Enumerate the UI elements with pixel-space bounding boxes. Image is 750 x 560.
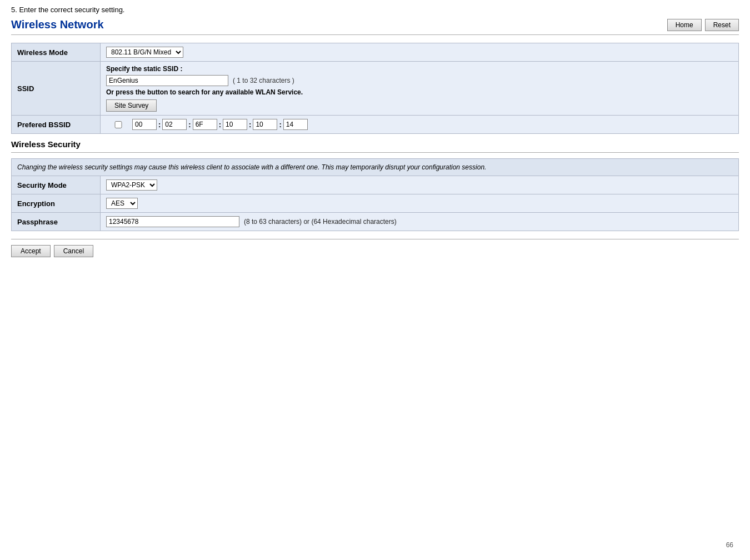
- security-mode-label: Security Mode: [12, 176, 101, 194]
- bssid-sep3: :: [219, 121, 221, 129]
- passphrase-value: (8 to 63 characters) or (64 Hexadecimal …: [101, 213, 739, 231]
- bssid-sep1: :: [158, 121, 161, 129]
- ssid-input[interactable]: [106, 75, 228, 86]
- prefered-bssid-row: Prefered BSSID : : : : :: [12, 116, 739, 134]
- warning-row: Changing the wireless security settings …: [12, 159, 739, 176]
- bssid-sep2: :: [188, 121, 191, 129]
- bssid-oct4[interactable]: [223, 119, 247, 130]
- ssid-label: SSID: [12, 62, 101, 116]
- bssid-oct6[interactable]: [283, 119, 308, 130]
- prefered-bssid-label: Prefered BSSID: [12, 116, 101, 134]
- bssid-oct5[interactable]: [253, 119, 277, 130]
- ssid-specify-text: Specify the static SSID :: [106, 65, 733, 73]
- bssid-oct2[interactable]: [162, 119, 187, 130]
- intro-text: 5. Enter the correct security setting.: [11, 6, 739, 14]
- bssid-oct3[interactable]: [193, 119, 217, 130]
- page-header: Wireless Network Home Reset: [11, 18, 739, 35]
- ssid-row: SSID Specify the static SSID : ( 1 to 32…: [12, 62, 739, 116]
- ssid-or-text: Or press the button to search for any av…: [106, 88, 733, 96]
- bssid-sep5: :: [279, 121, 281, 129]
- bssid-inputs: : : : : :: [106, 119, 733, 130]
- header-buttons: Home Reset: [667, 19, 739, 31]
- wireless-mode-select[interactable]: 802.11 B/G/N Mixed: [106, 47, 183, 58]
- passphrase-row: Passphrase (8 to 63 characters) or (64 H…: [12, 213, 739, 231]
- wireless-settings-table: Wireless Mode 802.11 B/G/N Mixed SSID Sp…: [11, 43, 739, 134]
- reset-button[interactable]: Reset: [705, 19, 739, 31]
- wireless-mode-value: 802.11 B/G/N Mixed: [101, 43, 739, 62]
- site-survey-button[interactable]: Site Survey: [106, 99, 157, 112]
- cancel-button[interactable]: Cancel: [54, 245, 93, 257]
- ssid-input-row: ( 1 to 32 characters ): [106, 75, 733, 86]
- home-button[interactable]: Home: [667, 19, 702, 31]
- ssid-chars-hint: ( 1 to 32 characters ): [233, 77, 294, 84]
- security-mode-value: WPA2-PSK None WEP WPA-PSK: [101, 176, 739, 194]
- security-mode-row: Security Mode WPA2-PSK None WEP WPA-PSK: [12, 176, 739, 194]
- encryption-select[interactable]: AES TKIP: [106, 198, 138, 209]
- encryption-row: Encryption AES TKIP: [12, 194, 739, 213]
- passphrase-label: Passphrase: [12, 213, 101, 231]
- passphrase-input[interactable]: [106, 216, 239, 227]
- passphrase-hint: (8 to 63 characters) or (64 Hexadecimal …: [244, 218, 397, 226]
- wireless-mode-label: Wireless Mode: [12, 43, 101, 62]
- security-mode-select[interactable]: WPA2-PSK None WEP WPA-PSK: [106, 179, 157, 191]
- bssid-sep4: :: [249, 121, 251, 129]
- bottom-buttons: Accept Cancel: [11, 239, 739, 257]
- ssid-value-cell: Specify the static SSID : ( 1 to 32 char…: [101, 62, 739, 116]
- bssid-checkbox[interactable]: [106, 121, 131, 128]
- encryption-label: Encryption: [12, 194, 101, 213]
- passphrase-input-row: (8 to 63 characters) or (64 Hexadecimal …: [106, 216, 733, 227]
- security-settings-table: Changing the wireless security settings …: [11, 158, 739, 231]
- encryption-value: AES TKIP: [101, 194, 739, 213]
- page-title: Wireless Network: [11, 18, 104, 31]
- wireless-security-heading: Wireless Security: [11, 139, 739, 149]
- prefered-bssid-value-cell: : : : : :: [101, 116, 739, 134]
- bssid-oct1[interactable]: [132, 119, 157, 130]
- security-divider: [11, 152, 739, 153]
- accept-button[interactable]: Accept: [11, 245, 51, 257]
- wireless-mode-row: Wireless Mode 802.11 B/G/N Mixed: [12, 43, 739, 62]
- warning-text: Changing the wireless security settings …: [12, 159, 739, 176]
